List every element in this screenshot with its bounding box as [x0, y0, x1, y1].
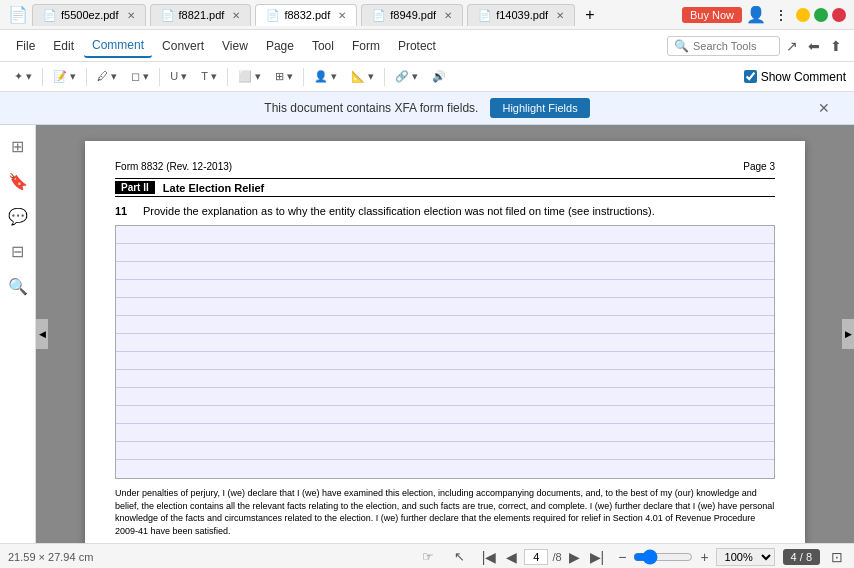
form-number: Form 8832 (Rev. 12-2013) [115, 161, 232, 172]
tab-label: f8821.pdf [179, 9, 225, 21]
tab-close-btn[interactable]: ✕ [556, 10, 564, 21]
tab-label: f14039.pdf [496, 9, 548, 21]
menu-protect[interactable]: Protect [390, 35, 444, 57]
zoom-slider[interactable] [633, 549, 693, 565]
part-title-text: Late Election Relief [163, 182, 264, 194]
last-page-btn[interactable]: ▶| [587, 549, 608, 565]
status-bar: 21.59 × 27.94 cm ☞ ↖ |◀ ◀ /8 ▶ ▶| − + 10… [0, 543, 854, 568]
shape-btn[interactable]: ◻ ▾ [125, 68, 155, 85]
form-line [116, 334, 774, 352]
form-line [116, 262, 774, 280]
prev-page-btn[interactable]: ◀ [503, 549, 520, 565]
close-button[interactable] [832, 8, 846, 22]
hand-tool-btn[interactable]: ☞ [416, 547, 440, 566]
sidebar-search-icon[interactable]: 🔍 [4, 273, 32, 300]
form-line [116, 352, 774, 370]
zoom-out-btn[interactable]: − [615, 549, 629, 565]
more-options-icon[interactable]: ⋮ [770, 7, 792, 23]
menu-view[interactable]: View [214, 35, 256, 57]
fit-page-btn[interactable]: ⊡ [828, 549, 846, 565]
content-area[interactable]: Form 8832 (Rev. 12-2013) Page 3 Part II … [36, 125, 854, 543]
menu-tool[interactable]: Tool [304, 35, 342, 57]
form-line [116, 316, 774, 334]
tab-close-btn[interactable]: ✕ [444, 10, 452, 21]
page-separator: /8 [552, 551, 561, 563]
show-comment-label: Show Comment [761, 70, 846, 84]
field-11-desc: Provide the explanation as to why the en… [143, 205, 775, 217]
minimize-button[interactable] [796, 8, 810, 22]
text-btn[interactable]: T ▾ [195, 68, 223, 85]
sidebar-pages-icon[interactable]: ⊞ [7, 133, 28, 160]
pdf-page: Form 8832 (Rev. 12-2013) Page 3 Part II … [85, 141, 805, 543]
underline-btn[interactable]: U ▾ [164, 68, 193, 85]
menu-file[interactable]: File [8, 35, 43, 57]
zoom-select[interactable]: 100% 75% 125% 150% 200% [716, 548, 775, 566]
first-page-btn[interactable]: |◀ [479, 549, 500, 565]
menu-form[interactable]: Form [344, 35, 388, 57]
user-icon[interactable]: 👤 [746, 5, 766, 24]
select-tool-btn[interactable]: ↖ [448, 547, 471, 566]
sidebar-bookmarks-icon[interactable]: 🔖 [4, 168, 32, 195]
measure-btn[interactable]: 📐 ▾ [345, 68, 380, 85]
menu-convert[interactable]: Convert [154, 35, 212, 57]
tab-icon: 📄 [372, 9, 386, 22]
highlight-fields-button[interactable]: Highlight Fields [490, 98, 589, 118]
tab-close-btn[interactable]: ✕ [338, 10, 346, 21]
notification-message: This document contains XFA form fields. [264, 101, 478, 115]
penalty-text: Under penalties of perjury, I (we) decla… [115, 487, 775, 537]
sidebar-thumbnails-icon[interactable]: ⊟ [7, 238, 28, 265]
next-page-btn[interactable]: ▶ [566, 549, 583, 565]
tab-f14039[interactable]: 📄 f14039.pdf ✕ [467, 4, 575, 26]
select-tool-btn[interactable]: ✦ ▾ [8, 68, 38, 85]
form-line [116, 280, 774, 298]
form-line [116, 298, 774, 316]
left-collapse-btn[interactable]: ◀ [36, 319, 48, 349]
right-collapse-btn[interactable]: ▶ [842, 319, 854, 349]
stamp-btn[interactable]: ⬜ ▾ [232, 68, 267, 85]
back-icon[interactable]: ⬅ [804, 38, 824, 54]
tab-f8821[interactable]: 📄 f8821.pdf ✕ [150, 4, 252, 26]
form-line [116, 388, 774, 406]
page-badge: 4 / 8 [783, 549, 820, 565]
highlight-btn[interactable]: 🖊 ▾ [91, 68, 123, 85]
field-11-num: 11 [115, 205, 135, 217]
notification-close-icon[interactable]: ✕ [818, 100, 830, 116]
zoom-in-btn[interactable]: + [697, 549, 711, 565]
page-label: Page 3 [743, 161, 775, 172]
tab-icon: 📄 [43, 9, 57, 22]
form-line [116, 244, 774, 262]
tab-close-btn[interactable]: ✕ [127, 10, 135, 21]
external-link-icon[interactable]: ↗ [782, 38, 802, 54]
maximize-button[interactable] [814, 8, 828, 22]
form-line [116, 406, 774, 424]
forward-icon[interactable]: ⬆ [826, 38, 846, 54]
title-bar: 📄 📄 f5500ez.pdf ✕ 📄 f8821.pdf ✕ 📄 f8832.… [0, 0, 854, 30]
add-tab-button[interactable]: + [579, 6, 600, 24]
form-lines [115, 225, 775, 479]
link-btn[interactable]: 🔗 ▾ [389, 68, 424, 85]
menu-page[interactable]: Page [258, 35, 302, 57]
tab-f8949[interactable]: 📄 f8949.pdf ✕ [361, 4, 463, 26]
tab-f8832[interactable]: 📄 f8832.pdf ✕ [255, 4, 357, 26]
annotation-btn[interactable]: 📝 ▾ [47, 68, 82, 85]
pdf-header: Form 8832 (Rev. 12-2013) Page 3 [115, 161, 775, 172]
toolbar: ✦ ▾ 📝 ▾ 🖊 ▾ ◻ ▾ U ▾ T ▾ ⬜ ▾ ⊞ ▾ 👤 ▾ 📐 ▾ … [0, 62, 854, 92]
callout-btn[interactable]: 👤 ▾ [308, 68, 343, 85]
tab-icon: 📄 [161, 9, 175, 22]
buy-now-button[interactable]: Buy Now [682, 7, 742, 23]
pdf-page-container: Form 8832 (Rev. 12-2013) Page 3 Part II … [85, 141, 805, 543]
form-line [116, 370, 774, 388]
menu-comment[interactable]: Comment [84, 34, 152, 58]
show-comment-checkbox[interactable] [744, 70, 757, 83]
sidebar-comments-icon[interactable]: 💬 [4, 203, 32, 230]
left-sidebar: ⊞ 🔖 💬 ⊟ 🔍 [0, 125, 36, 543]
document-dimensions: 21.59 × 27.94 cm [8, 551, 93, 563]
page-number-input[interactable] [524, 549, 548, 565]
tab-f5500ez[interactable]: 📄 f5500ez.pdf ✕ [32, 4, 146, 26]
audio-btn[interactable]: 🔊 [426, 68, 452, 85]
tab-close-btn[interactable]: ✕ [232, 10, 240, 21]
insert-btn[interactable]: ⊞ ▾ [269, 68, 299, 85]
show-comment-container: Show Comment [744, 70, 846, 84]
menu-edit[interactable]: Edit [45, 35, 82, 57]
search-tools-input[interactable] [693, 40, 773, 52]
